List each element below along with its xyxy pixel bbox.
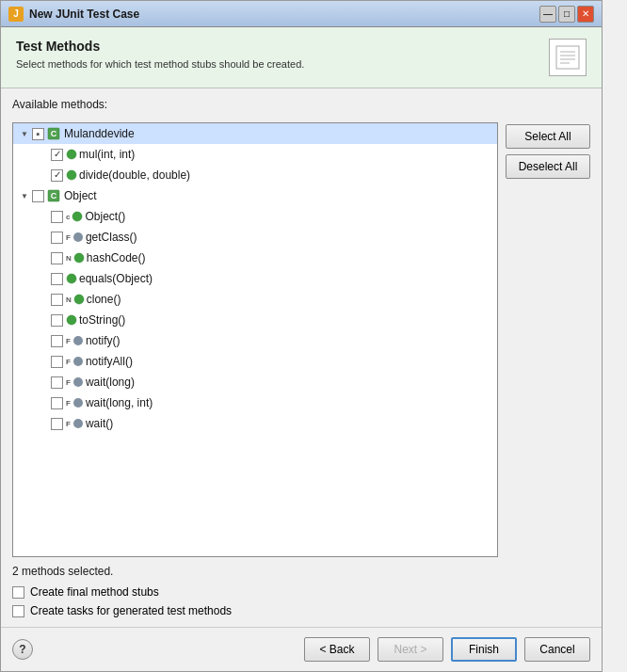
window-title: New JUnit Test Case <box>29 8 539 21</box>
maximize-button[interactable]: □ <box>558 6 575 23</box>
item-checkbox[interactable] <box>32 128 44 140</box>
item-checkbox[interactable] <box>51 252 63 264</box>
create-tasks-checkbox[interactable] <box>12 605 24 617</box>
header-title: Test Methods <box>16 39 538 54</box>
header-text: Test Methods Select methods for which te… <box>16 39 538 72</box>
superscript-label: N <box>66 254 72 263</box>
method-green-icon <box>66 149 77 160</box>
tree-container[interactable]: ▼CMulanddevidemul(int, int)divide(double… <box>12 122 498 557</box>
expand-icon <box>36 354 51 369</box>
item-checkbox[interactable] <box>51 356 63 368</box>
expand-icon <box>36 292 51 307</box>
title-bar-buttons: — □ ✕ <box>539 6 594 23</box>
item-checkbox[interactable] <box>51 273 63 285</box>
expand-icon <box>36 250 51 265</box>
svg-point-11 <box>72 212 82 221</box>
tree-item-getclass[interactable]: FgetClass() <box>13 227 497 248</box>
item-checkbox[interactable] <box>51 211 63 223</box>
back-button[interactable]: < Back <box>304 637 370 662</box>
item-checkbox[interactable] <box>51 149 63 161</box>
svg-text:C: C <box>51 129 57 138</box>
finish-button[interactable]: Finish <box>451 637 517 662</box>
method-green-icon <box>66 273 77 284</box>
item-label: equals(Object) <box>79 272 153 285</box>
item-checkbox[interactable] <box>51 418 63 430</box>
close-button[interactable]: ✕ <box>577 6 594 23</box>
superscript-label: F <box>66 399 71 408</box>
tree-item-waitlong[interactable]: Fwait(long) <box>13 372 497 392</box>
options-section: Create final method stubs Create tasks f… <box>12 585 590 617</box>
tree-item-waitlongint[interactable]: Fwait(long, int) <box>13 392 497 413</box>
method-gray-icon <box>72 356 84 367</box>
item-label: Object <box>64 189 97 202</box>
expand-icon[interactable]: ▼ <box>17 126 32 141</box>
item-checkbox[interactable] <box>32 190 44 202</box>
expand-icon <box>36 375 51 390</box>
expand-icon <box>36 312 51 328</box>
class-icon: C <box>47 189 60 202</box>
svg-point-20 <box>73 398 83 408</box>
help-button[interactable]: ? <box>12 639 33 660</box>
item-checkbox[interactable] <box>51 232 63 244</box>
buttons-panel: Select All Deselect All <box>506 122 590 557</box>
expand-icon[interactable]: ▼ <box>17 188 32 203</box>
item-checkbox[interactable] <box>51 294 63 306</box>
tree-item-object[interactable]: ▼CObject <box>13 185 497 206</box>
expand-icon <box>36 230 51 245</box>
tree-item-objectctor[interactable]: cObject() <box>13 206 497 227</box>
svg-point-21 <box>73 419 83 428</box>
svg-text:C: C <box>51 191 57 200</box>
expand-icon <box>36 271 51 286</box>
window-icon: J <box>8 7 24 22</box>
tree-item-notifyall[interactable]: FnotifyAll() <box>13 351 497 372</box>
method-gray-icon <box>72 335 84 346</box>
class-icon: C <box>47 127 60 140</box>
item-checkbox[interactable] <box>51 376 63 389</box>
item-label: divide(double, double) <box>79 168 190 182</box>
tree-item-divide[interactable]: divide(double, double) <box>13 165 497 185</box>
tree-item-clone[interactable]: Nclone() <box>13 289 497 310</box>
tree-item-hashcode[interactable]: NhashCode() <box>13 248 497 268</box>
cancel-button[interactable]: Cancel <box>524 637 590 662</box>
expand-icon <box>36 395 51 410</box>
superscript-label: c <box>66 213 70 221</box>
method-green-icon <box>73 252 85 264</box>
minimize-button[interactable]: — <box>539 6 556 23</box>
item-label: notifyAll() <box>86 355 133 368</box>
final-stubs-label: Create final method stubs <box>30 585 159 599</box>
header-icon <box>549 39 587 76</box>
item-checkbox[interactable] <box>51 314 63 327</box>
item-label: wait(long, int) <box>86 396 153 409</box>
item-label: wait() <box>86 417 113 430</box>
item-label: clone() <box>87 293 121 306</box>
create-tasks-row: Create tasks for generated test methods <box>12 604 590 617</box>
select-all-button[interactable]: Select All <box>506 124 590 149</box>
item-checkbox[interactable] <box>51 397 63 409</box>
svg-point-18 <box>73 357 83 366</box>
final-stubs-checkbox[interactable] <box>12 586 24 599</box>
svg-point-8 <box>67 170 76 180</box>
method-green-icon <box>72 211 83 222</box>
tree-item-equals[interactable]: equals(Object) <box>13 268 497 289</box>
method-green-icon <box>66 169 77 181</box>
superscript-label: N <box>66 296 72 304</box>
svg-point-12 <box>73 232 83 242</box>
tree-item-mul[interactable]: mul(int, int) <box>13 144 497 165</box>
method-green-icon <box>66 314 77 326</box>
expand-icon <box>36 333 51 348</box>
tree-item-muland[interactable]: ▼CMulanddevide <box>13 123 497 144</box>
deselect-all-button[interactable]: Deselect All <box>506 154 590 179</box>
next-button[interactable]: Next > <box>378 637 443 662</box>
svg-point-15 <box>74 295 84 304</box>
tree-item-notify[interactable]: Fnotify() <box>13 330 497 351</box>
item-label: wait(long) <box>86 376 135 389</box>
main-content: Available methods: ▼CMulanddevidemul(int… <box>1 88 602 627</box>
tree-item-tostring[interactable]: toString() <box>13 310 497 330</box>
item-label: Mulanddevide <box>64 127 135 140</box>
item-checkbox[interactable] <box>51 335 63 347</box>
expand-icon <box>36 147 51 162</box>
item-checkbox[interactable] <box>51 169 63 182</box>
tree-item-wait[interactable]: Fwait() <box>13 413 497 434</box>
method-gray-icon <box>72 397 84 408</box>
method-gray-icon <box>72 418 84 429</box>
